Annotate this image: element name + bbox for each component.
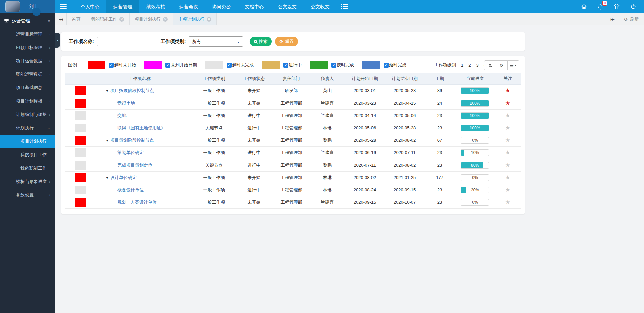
start-date-cell: 2020-04-14 [345, 109, 385, 122]
sidebar-item[interactable]: 计划执行⌄ [0, 121, 55, 135]
follow-star-icon[interactable]: ★ [505, 87, 510, 94]
nav-list-icon[interactable] [341, 3, 348, 10]
sidebar-item[interactable]: 运营目标管理› [0, 27, 55, 41]
nav-item[interactable]: 公文发文 [271, 0, 304, 13]
sidebar-item[interactable]: 项目计划模板› [0, 95, 55, 108]
tab[interactable]: 首页 [67, 13, 86, 25]
sidebar-item[interactable]: 我的项目工作 [0, 148, 55, 162]
table-search-button[interactable] [484, 60, 496, 70]
tab[interactable]: 主项计划执行✕ [173, 13, 217, 25]
workitem-name-link[interactable]: 项目策划阶段控制节点 [110, 138, 154, 143]
status-swatch [75, 148, 86, 157]
nav-item[interactable]: 运营会议 [172, 0, 205, 13]
workitem-name-link[interactable]: 设计单位确定 [110, 175, 137, 180]
workitem-name-link[interactable]: 取得《国有土地使用证》 [117, 125, 165, 130]
columns-menu-button[interactable]: ☰▼ [507, 60, 519, 70]
sidebar-item[interactable]: 回款目标管理› [0, 41, 55, 54]
table-refresh-button[interactable]: ⟳ [496, 60, 508, 70]
dept-cell: 工程管理部 [273, 109, 310, 122]
nav-item[interactable]: 协同办公 [205, 0, 238, 13]
sidebar-item[interactable]: 楼栋与形象进度› [0, 175, 55, 188]
user-avatar[interactable] [5, 1, 20, 12]
level-number[interactable]: 3 [476, 63, 478, 68]
power-icon[interactable] [630, 3, 637, 10]
legend-checkbox[interactable]: ✓ [165, 63, 170, 68]
workitem-name-link[interactable]: 策划单位确定 [117, 150, 144, 155]
tab-close-icon[interactable]: ✕ [119, 17, 124, 22]
workitem-name-link[interactable]: 竞得土地 [117, 101, 135, 106]
follow-star-icon[interactable]: ★ [505, 100, 510, 106]
tab-close-icon[interactable]: ✕ [207, 17, 211, 22]
sidebar-collapse-handle[interactable]: › [55, 33, 60, 48]
bell-icon[interactable]: 0 [597, 3, 604, 10]
follow-star-icon[interactable]: ★ [505, 174, 510, 181]
search-button[interactable]: 搜索 [250, 37, 272, 46]
expand-caret-icon[interactable]: ▼ [106, 139, 109, 142]
legend-label: 进行中 [289, 62, 302, 68]
workitem-name-link[interactable]: 完成项目策划定位 [117, 163, 152, 168]
filter-panel: 工作项名称: 工作项类别: 所有 ⌄ 搜索 ⟳ 重置 [61, 32, 525, 51]
follow-star-icon[interactable]: ★ [505, 125, 510, 131]
follow-star-icon[interactable]: ★ [505, 187, 510, 193]
workitem-name-link[interactable]: 项目拓展阶段控制节点 [110, 88, 154, 93]
level-number[interactable]: 2 [468, 63, 471, 68]
user-block[interactable]: 刘丰 [0, 0, 55, 13]
legend-checkbox[interactable]: ✓ [384, 63, 389, 68]
refresh-tabs-button[interactable]: ⟳ 刷新 [618, 13, 644, 25]
progress-label: 100% [461, 88, 489, 94]
tabs-scroll-left-icon[interactable]: ◀◀ [55, 13, 67, 25]
dept-cell: 工程管理部 [273, 122, 310, 134]
expand-caret-icon[interactable]: ▼ [106, 89, 109, 93]
progress-bar: 20% [461, 187, 489, 193]
nav-item[interactable]: 公文收文 [304, 0, 337, 13]
sidebar-item[interactable]: 参数设置› [0, 188, 55, 202]
workitem-name-link[interactable]: 规划、方案设计单位 [117, 200, 157, 205]
workitem-name-link[interactable]: 交地 [117, 113, 126, 118]
legend-checkbox[interactable]: ✓ [227, 63, 232, 68]
expand-caret-icon[interactable]: ▼ [106, 176, 109, 180]
tab[interactable]: 项目计划执行✕ [130, 13, 173, 25]
follow-star-icon[interactable]: ★ [505, 137, 510, 143]
reset-button[interactable]: ⟳ 重置 [275, 37, 298, 46]
home-icon[interactable] [581, 3, 587, 10]
nav-item[interactable]: 文档中心 [238, 0, 271, 13]
sidebar-item[interactable]: 计划编制与调整› [0, 108, 55, 121]
theme-shirt-icon[interactable] [613, 3, 620, 10]
workitem-name-cell: 规划、方案设计单位 [86, 196, 193, 208]
nav-item[interactable]: 运营管理 [106, 0, 139, 13]
sidebar-item[interactable]: 项目计划执行 [0, 135, 55, 148]
workitem-name-link[interactable]: 概念设计单位 [117, 187, 144, 192]
tab-close-icon[interactable]: ✕ [163, 17, 168, 22]
nav-item[interactable]: 个人中心 [73, 0, 106, 13]
legend-checkbox[interactable]: ✓ [283, 63, 288, 68]
table-row: 交地一般工作项进行中工程管理部兰建喜2020-04-142020-05-0623… [65, 109, 521, 122]
level-number[interactable]: 1 [461, 63, 463, 68]
workitem-name-input[interactable] [97, 37, 151, 46]
follow-star-icon[interactable]: ★ [505, 162, 510, 168]
sidebar-item[interactable]: 项目基础信息 [0, 81, 55, 95]
follow-star-icon[interactable]: ★ [505, 149, 510, 156]
sidebar-item[interactable]: 我的职能工作 [0, 162, 55, 175]
progress-bar: 0% [461, 174, 489, 181]
sidebar-item[interactable]: 职能运营数据› [0, 68, 55, 81]
sidebar-item[interactable]: 项目运营数据› [0, 54, 55, 68]
sidebar-header[interactable]: 运营管理 ▼ [0, 15, 55, 27]
workitem-category-cell: 一般工作项 [193, 134, 235, 146]
progress-bar: 0% [461, 137, 489, 144]
legend-checkbox[interactable]: ✓ [109, 63, 114, 68]
hamburger-menu-icon[interactable] [60, 3, 67, 10]
status-swatch [75, 173, 86, 182]
tab[interactable]: 我的职能工作✕ [86, 13, 130, 25]
nav-item[interactable]: 绩效考核 [139, 0, 172, 13]
workitem-name-cell: 完成项目策划定位 [86, 159, 193, 171]
follow-star-icon[interactable]: ★ [505, 112, 510, 119]
follow-cell: ★ [495, 196, 521, 208]
workitem-category-cell: 一般工作项 [193, 196, 235, 208]
workitem-category-cell: 一般工作项 [193, 97, 235, 109]
chevron-right-icon: › [49, 27, 50, 41]
legend-checkbox[interactable]: ✓ [331, 63, 336, 68]
tabs-scroll-right-icon[interactable]: ▶▶ [606, 13, 618, 25]
legend-item: ✓延时完成 [362, 61, 406, 69]
workitem-category-select[interactable]: 所有 ⌄ [189, 36, 243, 47]
follow-star-icon[interactable]: ★ [505, 199, 510, 205]
